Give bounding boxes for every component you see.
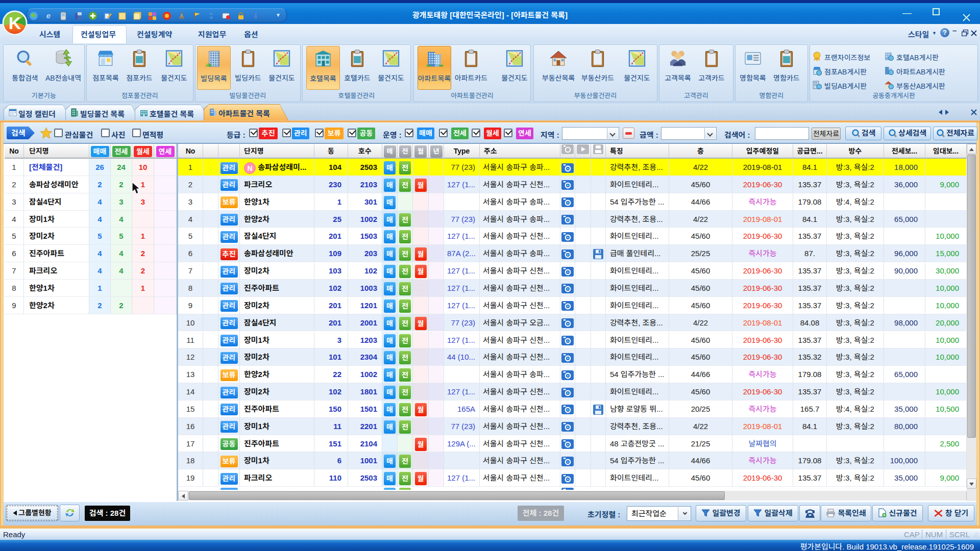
svg-text:K: K — [9, 13, 21, 33]
svg-text:e: e — [46, 11, 51, 20]
